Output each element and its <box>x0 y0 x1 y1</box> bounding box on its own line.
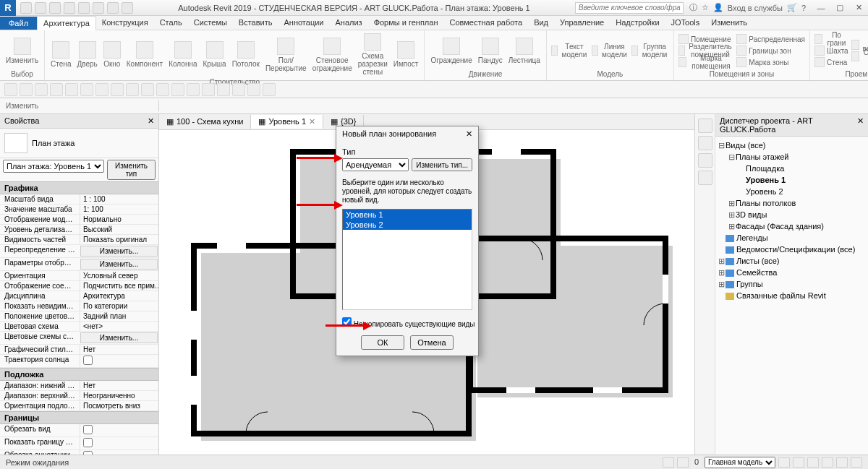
cart-icon[interactable]: 🛒 <box>787 3 797 12</box>
status-btn[interactable] <box>677 457 689 468</box>
view-tab[interactable]: ▦Уровень 1✕ <box>251 115 323 129</box>
tool-btn[interactable] <box>50 83 63 96</box>
ribbon-tab[interactable]: Вставить <box>233 16 278 30</box>
close-button[interactable]: ✕ <box>849 0 868 16</box>
ribbon-tab[interactable]: Вид <box>528 16 554 30</box>
qat-btn[interactable] <box>78 2 90 14</box>
status-btn[interactable] <box>836 457 848 468</box>
tree-node[interactable]: Ведомости/Спецификации (все) <box>718 244 865 255</box>
tab-file[interactable]: Файл <box>0 17 37 30</box>
tree-node[interactable]: ⊞Фасады (Фасад здания) <box>718 220 865 232</box>
property-row[interactable]: Ориентация подложкиПосмотреть вниз <box>0 401 158 411</box>
tree-node[interactable]: ⊞Семейства <box>718 267 865 278</box>
ribbon-tab[interactable]: Надстройки <box>610 16 665 30</box>
property-row[interactable]: Цветовые схемы сист…Изменить... <box>0 332 158 345</box>
tool-btn[interactable] <box>247 83 260 96</box>
tree-node[interactable]: ⊟Планы этажей <box>718 151 865 163</box>
property-row[interactable]: Параметры отображе…Изменить... <box>0 258 158 271</box>
tree-node[interactable]: ⊞3D виды <box>718 209 865 220</box>
tree-node[interactable]: ⊟Виды (все) <box>718 139 865 151</box>
tree-node[interactable]: Легенды <box>718 232 865 244</box>
nav-btn[interactable] <box>698 171 712 185</box>
ribbon-button[interactable]: Компонент <box>124 40 166 69</box>
ribbon-button[interactable]: По грани <box>813 33 850 45</box>
property-row[interactable]: Отображение моделиНормально <box>0 215 158 225</box>
ribbon-tab[interactable]: Формы и генплан <box>368 16 444 30</box>
tree-node[interactable]: Уровень 2 <box>718 186 865 197</box>
ribbon-button[interactable]: Стеновое ограждение <box>310 36 355 74</box>
tool-btn[interactable] <box>95 83 109 96</box>
qat-btn[interactable] <box>35 2 46 14</box>
property-row[interactable]: Диапазон: верхний ур…Неограниченно <box>0 391 158 401</box>
user-icon[interactable]: 👤 <box>713 3 723 12</box>
ribbon-tab[interactable]: Архитектура <box>37 16 96 30</box>
ribbon-button[interactable]: Ограждение <box>427 36 475 66</box>
tool-btn[interactable] <box>141 83 154 96</box>
property-row[interactable]: Траектория солнца <box>0 355 158 368</box>
level-item[interactable]: Уровень 2 <box>343 220 472 230</box>
tree-node[interactable]: ⊞Листы (все) <box>718 255 865 267</box>
ribbon-button[interactable]: Лестница <box>506 36 543 66</box>
property-row[interactable]: ДисциплинаАрхитектура <box>0 291 158 301</box>
property-row[interactable]: Масштаб вида1 : 100 <box>0 194 158 205</box>
tool-btn[interactable] <box>80 83 93 96</box>
qat-btn[interactable] <box>122 2 133 14</box>
property-row[interactable]: Обрезать вид <box>0 424 158 437</box>
edit-type-button[interactable]: Изменить тип... <box>412 158 472 171</box>
family-select[interactable]: План этажа: Уровень 1 <box>3 160 104 173</box>
status-btn[interactable] <box>807 457 819 468</box>
ribbon-button[interactable]: Группа модели <box>630 45 671 56</box>
status-btn[interactable] <box>851 457 862 468</box>
dialog-close-icon[interactable]: ✕ <box>466 129 472 139</box>
property-row[interactable]: Графический стиль от…Нет <box>0 345 158 355</box>
status-btn[interactable] <box>663 457 674 468</box>
tree-node[interactable]: ⊞Группы <box>718 278 865 290</box>
ribbon-button[interactable]: Марка зоны <box>735 56 807 68</box>
tool-btn[interactable] <box>111 83 124 96</box>
model-select[interactable]: Главная модель <box>705 457 775 468</box>
ribbon-button[interactable]: Импост <box>391 40 422 69</box>
help-icon[interactable]: ? <box>801 4 806 12</box>
tool-btn[interactable] <box>232 83 245 96</box>
info-icon[interactable]: ⓘ <box>689 2 697 13</box>
minimize-button[interactable]: — <box>812 0 830 16</box>
type-select[interactable]: Арендуемая <box>342 158 409 171</box>
property-row[interactable]: Отображение соедин…Подчистить все прим… <box>0 281 158 291</box>
ribbon-tab[interactable]: Конструкция <box>96 16 154 30</box>
nav-btn[interactable] <box>698 136 712 150</box>
property-row[interactable]: Диапазон: нижний ур…Нет <box>0 381 158 391</box>
ribbon-button[interactable]: Пол/Перекрытие <box>263 36 310 74</box>
ribbon-tab[interactable]: Системы <box>188 16 233 30</box>
tool-btn[interactable] <box>187 83 200 96</box>
ribbon-tab[interactable]: Сталь <box>154 16 188 30</box>
property-row[interactable]: Показать границу обр… <box>0 437 158 450</box>
nav-btn[interactable] <box>698 153 712 168</box>
qat-btn[interactable] <box>107 2 119 14</box>
ribbon-tab[interactable]: Анализ <box>329 16 367 30</box>
tool-btn[interactable] <box>126 83 139 96</box>
login-link[interactable]: Вход в службы <box>728 4 783 12</box>
ribbon-button[interactable]: Слуховое окно <box>850 51 868 62</box>
tree-node[interactable]: Уровень 1 <box>718 174 865 186</box>
property-row[interactable]: Положение цветовой …Задний план <box>0 311 158 322</box>
cancel-button[interactable]: Отмена <box>410 335 454 350</box>
close-icon[interactable]: ✕ <box>148 116 154 126</box>
tool-btn[interactable] <box>202 83 215 96</box>
tool-btn[interactable] <box>156 83 169 96</box>
property-row[interactable]: ОриентацияУсловный север <box>0 271 158 281</box>
ribbon-tab[interactable]: Изменить <box>705 16 753 30</box>
tool-btn[interactable] <box>4 83 17 96</box>
ribbon-button[interactable]: Шахта <box>813 45 850 56</box>
ribbon-tab[interactable]: Управление <box>554 16 610 30</box>
edit-type-button[interactable]: Изменить тип <box>107 160 156 180</box>
ribbon-tab[interactable]: Аннотации <box>278 16 330 30</box>
property-row[interactable]: Уровень детализацииВысокий <box>0 225 158 235</box>
tool-btn[interactable] <box>65 83 78 96</box>
ribbon-button[interactable]: Марка помещения <box>677 56 735 68</box>
levels-list[interactable]: Уровень 1Уровень 2 <box>342 209 472 310</box>
ribbon-button[interactable]: Линия модели <box>590 45 631 56</box>
tree-node[interactable]: Связанные файлы Revit <box>718 290 865 301</box>
maximize-button[interactable]: ▢ <box>830 0 849 16</box>
ribbon-button[interactable]: Колонна <box>166 40 200 69</box>
qat-btn[interactable] <box>64 2 75 14</box>
